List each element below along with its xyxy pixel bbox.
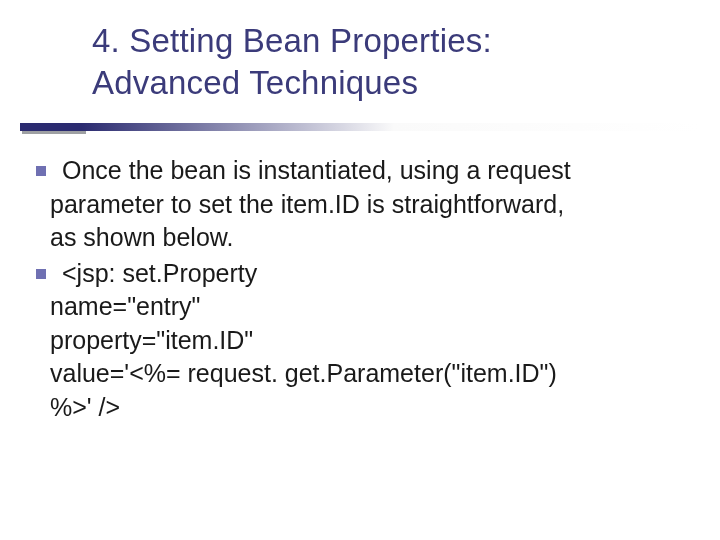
bullet-item-2: <jsp: set.Property name="entry" property… xyxy=(36,257,690,425)
item2-line1: <jsp: set.Property xyxy=(36,257,690,291)
item2-line3: property="item.ID" xyxy=(36,324,690,358)
slide-body: Once the bean is instantiated, using a r… xyxy=(36,154,690,426)
square-bullet-icon xyxy=(36,269,46,279)
item1-line2: parameter to set the item.ID is straight… xyxy=(36,188,690,222)
item2-line2: name="entry" xyxy=(36,290,690,324)
item2-line5: %>' /> xyxy=(36,391,690,425)
title-line-1: 4. Setting Bean Properties: xyxy=(92,20,688,62)
square-bullet-icon xyxy=(36,166,46,176)
slide: 4. Setting Bean Properties: Advanced Tec… xyxy=(0,0,720,540)
divider xyxy=(20,120,700,140)
item2-line4: value='<%= request. get.Parameter("item.… xyxy=(36,357,690,391)
item1-line3: as shown below. xyxy=(36,221,690,255)
divider-gradient xyxy=(20,123,700,131)
item1-line1: Once the bean is instantiated, using a r… xyxy=(36,154,690,188)
slide-title: 4. Setting Bean Properties: Advanced Tec… xyxy=(92,20,688,104)
title-line-2: Advanced Techniques xyxy=(92,62,688,104)
bullet-item-1: Once the bean is instantiated, using a r… xyxy=(36,154,690,255)
